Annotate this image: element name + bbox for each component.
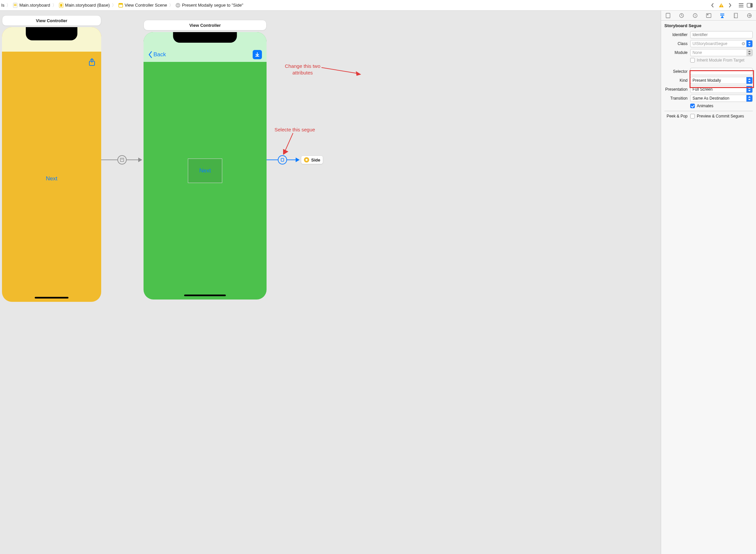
svg-rect-2 [14,5,16,6]
side-destination-chip[interactable]: Side [301,156,323,164]
label-peekpop-value: Preview & Commit Segues [697,114,744,118]
combo-caret-icon[interactable] [746,77,752,84]
notch-icon [173,32,237,43]
breadcrumb-seg-file[interactable]: Main.storyboard [11,3,51,8]
share-icon[interactable] [87,58,97,67]
annotation-attributes: Change this two attributes [283,63,322,76]
label-identifier: Identifier [665,33,690,37]
breadcrumb-label: View Controller Scene [125,3,167,8]
label-selector: Selector [665,69,690,74]
row-selector: Selector [665,68,753,75]
canvas-area[interactable]: View Controller Next [0,11,661,554]
annotation-text: Selecte this segue [274,127,315,132]
nav-forward-button[interactable] [726,2,734,9]
inspector-tab-identity[interactable] [702,11,715,20]
combo-caret-icon[interactable] [746,49,752,56]
segue2-node-selected[interactable] [278,155,287,164]
editor-toolbar: ls 〉 Main.storyboard 〉 Main.storyboard (… [0,0,756,11]
svg-line-18 [321,67,358,73]
svg-rect-6 [119,3,123,5]
label-inherit: Inherit Module From Target [697,58,744,63]
input-selector[interactable] [690,68,753,75]
combo-module[interactable]: None [690,49,753,56]
main-split: View Controller Next [0,11,756,554]
checkbox-inherit-module[interactable] [690,58,695,63]
segue1-arrowhead-icon [138,158,142,162]
side-chip-label: Side [311,158,320,163]
outline-toggle-icon[interactable] [738,2,745,9]
svg-line-20 [285,133,293,151]
breadcrumb-label: ls [1,3,4,8]
inspector-tab-help[interactable]: ? [688,11,702,20]
side-chip-icon [304,157,309,163]
vc1-next-button[interactable]: Next [46,175,58,182]
combo-caret-icon[interactable] [746,40,752,47]
vc-title: View Controller [189,23,220,28]
combo-caret-icon[interactable] [746,95,752,102]
back-button[interactable]: Back [148,51,166,58]
row-identifier: Identifier [665,31,753,38]
inspector-tab-file[interactable] [661,11,675,20]
inspector-tab-attributes[interactable] [715,11,729,20]
breadcrumb-seg-segue[interactable]: Present Modally segue to "Side" [174,3,245,8]
breadcrumb-seg-scene[interactable]: View Controller Scene [117,3,168,8]
combo-presentation[interactable]: Full Screen [690,86,753,93]
label-presentation: Presentation [665,87,690,92]
container-label: Next [199,167,211,174]
input-identifier[interactable] [690,31,753,38]
vc2-phone[interactable]: Back Next [143,32,266,299]
combo-module-value: None [691,50,746,55]
vc1-header[interactable]: View Controller [2,15,101,26]
vc2-nav-row: Back [143,50,266,59]
vc2-container-view[interactable]: Next [188,159,222,183]
combo-transition[interactable]: Same As Destination [690,95,753,102]
row-transition: Transition Same As Destination [665,95,753,102]
combo-clear-icon[interactable] [741,40,746,47]
breadcrumb-label: Present Modally segue to "Side" [182,3,243,8]
annotation-line1: Change this two [285,63,320,69]
inspector-tab-size[interactable] [729,11,743,20]
combo-transition-value: Same As Destination [691,96,746,101]
breadcrumb-seg-project[interactable]: ls [0,3,6,8]
inspector-tab-connections[interactable] [743,11,756,20]
annotation-line2: attributes [292,70,313,75]
combo-kind[interactable]: Present Modally [690,77,753,84]
checkbox-peek-pop[interactable] [690,114,695,118]
checkbox-animates[interactable] [690,104,695,108]
vc2-header[interactable]: View Controller [143,20,266,31]
vc1-phone[interactable]: Next [2,27,101,302]
breadcrumb-separator: 〉 [52,2,57,8]
breadcrumb-label: Main.storyboard (Base) [65,3,110,8]
nav-back-button[interactable] [709,2,716,9]
combo-presentation-value: Full Screen [691,87,746,92]
combo-caret-icon[interactable] [746,86,752,93]
svg-rect-8 [177,4,179,6]
home-indicator-icon [35,297,68,298]
combo-class-value: UIStoryboardSegue [691,41,741,46]
notch-icon [26,27,77,40]
inspector-tabs: ? [661,11,756,20]
segue1-node[interactable] [117,155,127,164]
assistant-toggle-icon[interactable] [746,2,753,9]
row-presentation: Presentation Full Screen [665,86,753,93]
breadcrumb: ls 〉 Main.storyboard 〉 Main.storyboard (… [0,2,708,8]
issues-warning-icon[interactable] [718,2,725,9]
svg-rect-12 [750,3,752,7]
svg-rect-27 [707,14,708,15]
svg-text:?: ? [694,14,696,17]
svg-rect-14 [120,158,124,162]
segue-icon [175,3,181,8]
annotation-attributes-arrow-icon [321,65,361,77]
vc-title: View Controller [36,18,67,23]
scene-icon [118,3,123,8]
svg-marker-19 [356,71,361,76]
inspector-tab-history[interactable] [675,11,688,20]
annotation-segue: Selecte this segue [274,126,315,133]
svg-point-17 [306,159,308,161]
breadcrumb-separator: 〉 [111,2,117,8]
download-icon[interactable] [253,50,262,59]
breadcrumb-seg-base[interactable]: Main.storyboard (Base) [57,3,111,8]
storyboard-canvas[interactable]: View Controller Next [0,11,661,554]
segue-form: Identifier Class UIStoryboardSegue [661,31,756,118]
combo-class[interactable]: UIStoryboardSegue [690,40,753,47]
